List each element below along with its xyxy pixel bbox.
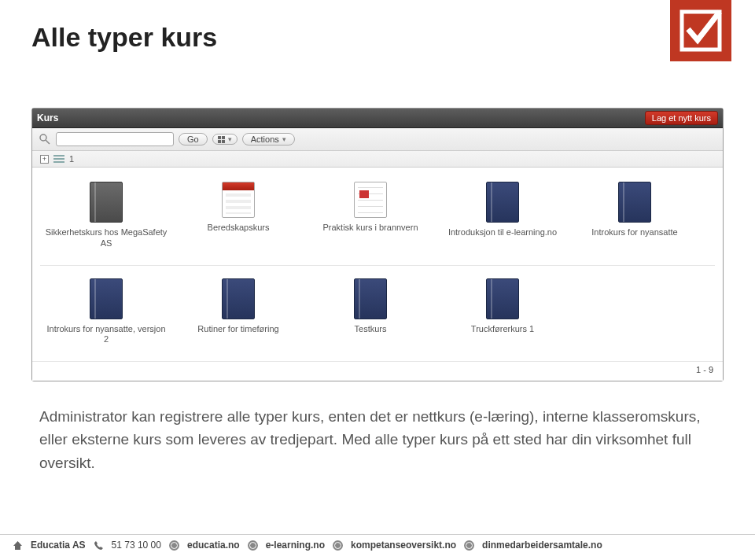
sub-toolbar: + 1: [32, 151, 723, 168]
course-label: Rutiner for timeføring: [197, 324, 278, 335]
book-icon: [90, 182, 123, 223]
course-label: Beredskapskurs: [208, 223, 270, 234]
toolbar: Go ▾ Actions ▾: [32, 128, 723, 151]
svg-rect-4: [53, 158, 64, 160]
book-icon: [354, 278, 387, 319]
brand-logo: [670, 0, 731, 61]
course-card[interactable]: Rutiner for timeføring: [172, 274, 304, 357]
book-icon: [222, 278, 255, 319]
course-label: Testkurs: [355, 324, 387, 335]
page-indicator: 1: [69, 154, 74, 164]
row-divider: [40, 265, 715, 266]
list-icon: [53, 155, 64, 164]
course-card[interactable]: Introkurs for nyansatte, versjon 2: [40, 274, 172, 357]
course-panel: Kurs Lag et nytt kurs Go ▾ Actions ▾ + 1…: [31, 108, 724, 381]
footer-link[interactable]: educatia.no: [187, 540, 240, 551]
expand-button[interactable]: +: [40, 155, 49, 164]
svg-rect-5: [53, 161, 64, 163]
go-button[interactable]: Go: [179, 133, 208, 146]
globe-icon: [248, 540, 258, 551]
search-icon: [39, 133, 51, 146]
panel-header: Kurs Lag et nytt kurs: [32, 109, 723, 128]
course-card[interactable]: Praktisk kurs i brannvern: [304, 177, 436, 260]
actions-label: Actions: [251, 134, 279, 144]
grid-icon: [218, 136, 225, 143]
svg-point-1: [40, 134, 46, 141]
footer-phone: 51 73 10 00: [112, 540, 161, 551]
globe-icon: [464, 540, 474, 551]
course-card[interactable]: Beredskapskurs: [172, 177, 304, 260]
globe-icon: [333, 540, 343, 551]
book-icon: [90, 278, 123, 319]
view-toggle-button[interactable]: ▾: [212, 134, 238, 145]
chevron-down-icon: ▾: [228, 135, 232, 143]
course-label: Sikkerhetskurs hos MegaSafety AS: [43, 227, 169, 249]
chevron-down-icon: ▾: [282, 135, 286, 143]
course-card[interactable]: Truckførerkurs 1: [436, 274, 569, 357]
course-card[interactable]: Testkurs: [304, 274, 436, 357]
svg-line-2: [46, 140, 50, 144]
home-icon: [13, 540, 23, 551]
course-card[interactable]: Sikkerhetskurs hos MegaSafety AS: [40, 177, 172, 260]
book-icon: [486, 182, 519, 223]
calendar-icon: [222, 182, 255, 218]
course-card[interactable]: Introkurs for nyansatte: [569, 177, 701, 260]
panel-title: Kurs: [37, 112, 58, 123]
globe-icon: [169, 540, 179, 551]
course-card[interactable]: Introduksjon til e-learning.no: [436, 177, 569, 260]
footer-company: Educatia AS: [31, 540, 86, 551]
calendar-icon: [354, 182, 387, 218]
course-label: Praktisk kurs i brannvern: [322, 223, 418, 234]
search-input[interactable]: [56, 132, 174, 146]
book-icon: [618, 182, 651, 223]
page-footer: Educatia AS 51 73 10 00 educatia.no e-le…: [0, 534, 755, 551]
course-grid: Sikkerhetskurs hos MegaSafety AS Beredsk…: [32, 168, 723, 361]
footer-link[interactable]: e-learning.no: [266, 540, 325, 551]
course-label: Introduksjon til e-learning.no: [448, 227, 557, 238]
phone-icon: [94, 540, 104, 551]
course-label: Truckførerkurs 1: [471, 324, 534, 335]
footer-link[interactable]: dinmedarbeidersamtale.no: [482, 540, 602, 551]
description-text: Administrator kan registrere alle typer …: [39, 405, 716, 474]
page-title: Alle typer kurs: [0, 0, 755, 61]
new-course-button[interactable]: Lag et nytt kurs: [645, 111, 718, 125]
course-label: Introkurs for nyansatte, versjon 2: [43, 324, 169, 346]
svg-rect-3: [53, 155, 64, 157]
book-icon: [486, 278, 519, 319]
actions-button[interactable]: Actions ▾: [242, 133, 295, 146]
course-label: Introkurs for nyansatte: [591, 227, 677, 238]
checkmark-icon: [677, 7, 724, 54]
footer-link[interactable]: kompetanseoversikt.no: [351, 540, 456, 551]
result-count: 1 - 9: [32, 361, 723, 381]
